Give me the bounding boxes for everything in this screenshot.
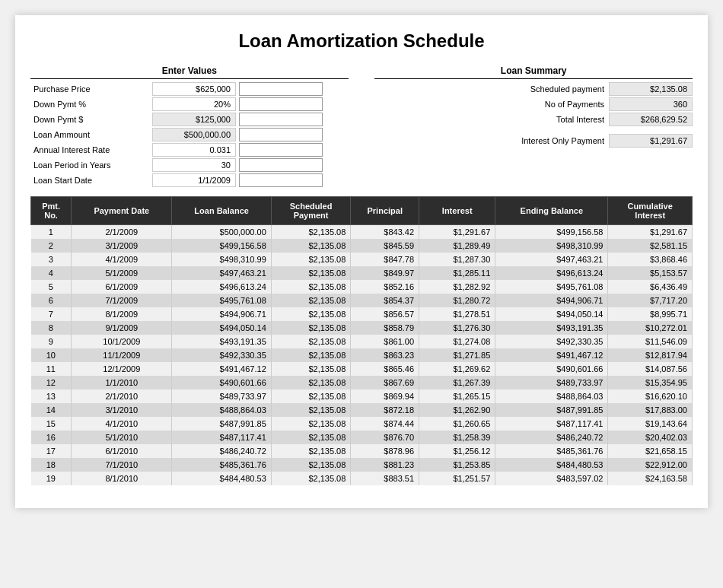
cell-0: 12	[31, 376, 72, 389]
cell-5: $1,258.39	[419, 431, 495, 444]
cell-7: $14,087.56	[608, 362, 693, 376]
cell-3: $2,135.08	[271, 294, 351, 307]
cell-6: $487,117.41	[495, 417, 608, 431]
cell-7: $17,883.00	[608, 403, 693, 417]
cell-5: $1,251.57	[419, 472, 495, 485]
down-pymt-pct-input[interactable]	[239, 97, 323, 111]
cell-2: $492,330.35	[172, 348, 271, 362]
loan-amount-input[interactable]	[239, 128, 323, 141]
cell-7: $6,436.49	[608, 280, 693, 294]
cell-3: $2,135.08	[271, 253, 351, 266]
down-pymt-dollar-input[interactable]	[239, 113, 323, 126]
cell-4: $845.59	[351, 239, 419, 253]
cell-3: $2,135.08	[271, 321, 351, 335]
loan-period-value: 30	[152, 158, 236, 172]
cell-5: $1,256.12	[419, 444, 495, 458]
amortization-table: Pmt.No. Payment Date Loan Balance Schedu…	[30, 196, 693, 485]
loan-period-input[interactable]	[239, 158, 323, 172]
cell-3: $2,135.08	[271, 335, 351, 348]
purchase-price-value: $625,000	[152, 82, 236, 96]
cell-7: $22,912.00	[608, 458, 693, 472]
cell-6: $492,330.35	[495, 335, 608, 348]
loan-start-value: 1/1/2009	[152, 173, 236, 187]
cell-1: 3/1/2009	[72, 239, 172, 253]
cell-5: $1,276.30	[419, 321, 495, 335]
cell-5: $1,265.15	[419, 389, 495, 403]
table-header-row: Pmt.No. Payment Date Loan Balance Schedu…	[31, 197, 693, 225]
cell-6: $487,991.85	[495, 403, 608, 417]
cell-1: 1/1/2010	[72, 376, 172, 389]
cell-0: 7	[31, 307, 72, 321]
down-pymt-dollar-value: $125,000	[152, 113, 236, 126]
cell-0: 11	[31, 362, 72, 376]
annual-interest-input[interactable]	[239, 143, 323, 157]
loan-start-row: Loan Start Date 1/1/2009	[30, 173, 349, 187]
table-row: 12/1/2009$500,000.00$2,135.08$843.42$1,2…	[31, 225, 693, 240]
loan-amount-row: Loan Ammount $500,000.00	[30, 128, 349, 141]
interest-only-value: $1,291.67	[609, 134, 693, 148]
annual-interest-label: Annual Interest Rate	[30, 144, 152, 156]
cell-0: 15	[31, 417, 72, 431]
col-interest: Interest	[419, 197, 495, 225]
down-pymt-dollar-row: Down Pymt $ $125,000	[30, 113, 349, 126]
cell-4: $863.23	[351, 348, 419, 362]
cell-0: 18	[31, 458, 72, 472]
loan-period-row: Loan Period in Years 30	[30, 158, 349, 172]
cell-1: 12/1/2009	[72, 362, 172, 376]
table-row: 1112/1/2009$491,467.12$2,135.08$865.46$1…	[31, 362, 693, 376]
cell-1: 7/1/2009	[72, 294, 172, 307]
cell-7: $10,272.01	[608, 321, 693, 335]
cell-7: $15,354.95	[608, 376, 693, 389]
table-row: 34/1/2009$498,310.99$2,135.08$847.78$1,2…	[31, 253, 693, 266]
cell-5: $1,285.11	[419, 266, 495, 280]
table-row: 121/1/2010$490,601.66$2,135.08$867.69$1,…	[31, 376, 693, 389]
cell-1: 2/1/2009	[72, 225, 172, 240]
cell-3: $2,135.08	[271, 348, 351, 362]
cell-0: 2	[31, 239, 72, 253]
cell-1: 8/1/2010	[72, 472, 172, 485]
cell-2: $494,050.14	[172, 321, 271, 335]
cell-3: $2,135.08	[271, 403, 351, 417]
cell-6: $497,463.21	[495, 253, 608, 266]
interest-only-row: Interest Only Payment $1,291.67	[374, 134, 693, 148]
cell-2: $487,991.85	[172, 417, 271, 431]
loan-summary-title: Loan Summary	[374, 65, 693, 79]
loan-start-input[interactable]	[239, 173, 323, 187]
annual-interest-row: Annual Interest Rate 0.031	[30, 143, 349, 157]
cell-7: $16,620.10	[608, 389, 693, 403]
purchase-price-input[interactable]	[239, 82, 323, 96]
cell-2: $485,361.76	[172, 458, 271, 472]
table-row: 143/1/2010$488,864.03$2,135.08$872.18$1,…	[31, 403, 693, 417]
cell-0: 9	[31, 335, 72, 348]
top-section: Enter Values Purchase Price $625,000 Dow…	[30, 65, 693, 189]
cell-2: $498,310.99	[172, 253, 271, 266]
cell-1: 8/1/2009	[72, 307, 172, 321]
cell-3: $2,135.08	[271, 239, 351, 253]
cell-5: $1,260.65	[419, 417, 495, 431]
cell-5: $1,278.51	[419, 307, 495, 321]
cell-0: 1	[31, 225, 72, 240]
cell-5: $1,287.30	[419, 253, 495, 266]
cell-4: $867.69	[351, 376, 419, 389]
cell-4: $883.51	[351, 472, 419, 485]
down-pymt-pct-value: 20%	[152, 97, 236, 111]
num-payments-label: No of Payments	[502, 98, 609, 110]
cell-3: $2,135.08	[271, 376, 351, 389]
cell-4: $865.46	[351, 362, 419, 376]
table-row: 78/1/2009$494,906.71$2,135.08$856.57$1,2…	[31, 307, 693, 321]
cell-7: $1,291.67	[608, 225, 693, 240]
cell-5: $1,269.62	[419, 362, 495, 376]
total-interest-row: Total Interest $268,629.52	[374, 113, 693, 126]
cell-0: 19	[31, 472, 72, 485]
cell-7: $5,153.57	[608, 266, 693, 280]
cell-1: 6/1/2010	[72, 444, 172, 458]
cell-6: $496,613.24	[495, 266, 608, 280]
cell-4: $878.96	[351, 444, 419, 458]
enter-values-title: Enter Values	[30, 65, 349, 79]
cell-7: $8,995.71	[608, 307, 693, 321]
cell-3: $2,135.08	[271, 362, 351, 376]
cell-7: $2,581.15	[608, 239, 693, 253]
col-pmt-no: Pmt.No.	[31, 197, 72, 225]
cell-6: $498,310.99	[495, 239, 608, 253]
cell-7: $21,658.15	[608, 444, 693, 458]
